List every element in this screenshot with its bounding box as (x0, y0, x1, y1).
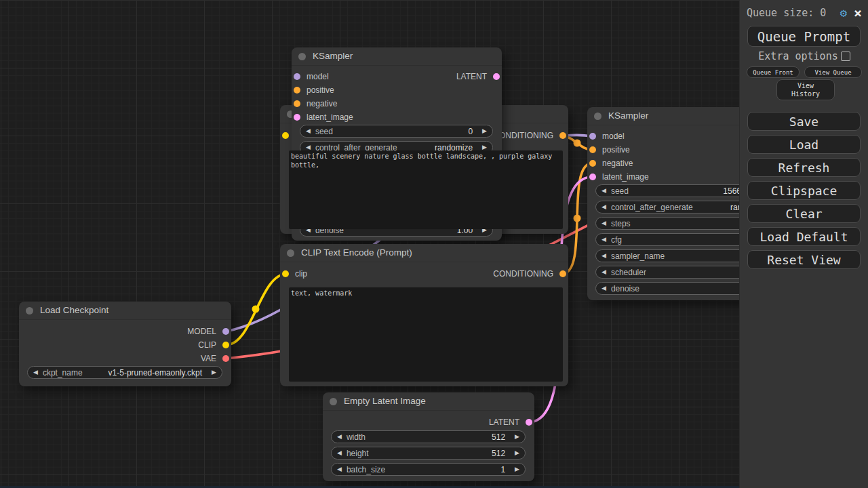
node-title: Load Checkpoint (40, 305, 108, 315)
latent-slot-dot[interactable] (526, 419, 532, 426)
node-header[interactable]: Load Checkpoint (19, 302, 231, 320)
slot-label: CONDITIONING (493, 269, 553, 279)
view-history-button[interactable]: View History (776, 79, 835, 100)
queue-status-row: Queue size: 0 ⚙ × (747, 5, 862, 20)
increment-arrow-icon[interactable]: ▶ (212, 369, 216, 375)
link-midpoint-dot[interactable] (574, 140, 581, 147)
slot-label: model (602, 131, 625, 141)
decrement-arrow-icon[interactable]: ◀ (306, 144, 311, 150)
conditioning-slot-dot[interactable] (559, 270, 566, 277)
node-title: CLIP Text Encode (Prompt) (301, 247, 412, 258)
clipspace-button[interactable]: Clipspace (747, 181, 861, 200)
slot-label: latent_image (602, 172, 649, 182)
node-header[interactable]: Empty Latent Image (323, 392, 534, 411)
decrement-arrow-icon[interactable]: ◀ (306, 128, 311, 134)
collapse-dot-icon[interactable] (298, 53, 306, 60)
model-output-slot[interactable]: MODEL (19, 325, 231, 338)
node-title: KSampler (313, 51, 353, 61)
clip-output-slot[interactable]: CLIP (19, 338, 231, 352)
node-title: Empty Latent Image (344, 396, 426, 406)
widget-value: v1-5-pruned-emaonly.ckpt (108, 368, 203, 378)
extra-options-checkbox[interactable] (841, 52, 850, 61)
width-widget[interactable]: ◀ width 512 ▶ (331, 430, 526, 443)
model-slot-dot[interactable] (589, 133, 596, 140)
decrement-arrow-icon[interactable]: ◀ (337, 466, 342, 472)
conditioning-slot-dot[interactable] (589, 146, 596, 153)
slot-label: LATENT (489, 418, 519, 427)
slot-label: positive (602, 145, 630, 155)
node-header[interactable]: CLIP Text Encode (Prompt) (280, 244, 568, 262)
node-graph-canvas[interactable]: CLIP Text Encode (Prompt) clip CONDITION… (0, 0, 868, 488)
slot-label: LATENT (456, 72, 487, 81)
node-header[interactable]: KSampler (292, 47, 502, 66)
load-button[interactable]: Load (747, 135, 861, 154)
widget-label: ckpt_name (43, 368, 83, 378)
load-checkpoint-node[interactable]: Load Checkpoint MODEL CLIP VAE ◀ ckpt_na… (19, 302, 231, 386)
latent-slot-dot[interactable] (294, 114, 300, 121)
load-default-button[interactable]: Load Default (747, 227, 861, 246)
widget-value: 512 (492, 449, 505, 458)
latent-slot-dot[interactable] (493, 73, 500, 80)
clip-slot-dot[interactable] (222, 342, 229, 348)
conditioning-output-slot[interactable]: CONDITIONING (280, 267, 568, 281)
latent-image-input-slot[interactable]: latent_image (292, 110, 502, 124)
height-widget[interactable]: ◀ height 512 ▶ (331, 447, 526, 460)
save-button[interactable]: Save (747, 112, 861, 131)
empty-latent-image-node[interactable]: Empty Latent Image LATENT ◀ width 512 ▶ … (323, 392, 534, 481)
latent-output-slot[interactable]: LATENT (323, 415, 534, 429)
reset-view-button[interactable]: Reset View (747, 250, 861, 269)
increment-arrow-icon[interactable]: ▶ (515, 434, 519, 440)
decrement-arrow-icon[interactable]: ◀ (601, 285, 606, 291)
decrement-arrow-icon[interactable]: ◀ (601, 220, 606, 226)
decrement-arrow-icon[interactable]: ◀ (33, 369, 38, 375)
widget-label: batch_size (347, 465, 385, 474)
widget-label: height (347, 449, 369, 458)
view-queue-button[interactable]: View Queue (804, 66, 862, 78)
increment-arrow-icon[interactable]: ▶ (515, 466, 519, 472)
widget-value: 0 (468, 127, 473, 136)
model-slot-dot[interactable] (222, 328, 229, 335)
conditioning-slot-dot[interactable] (559, 132, 566, 139)
queue-prompt-button[interactable]: Queue Prompt (747, 26, 861, 47)
positive-prompt-textarea[interactable]: beautiful scenery nature glass bottle la… (289, 150, 563, 229)
increment-arrow-icon[interactable]: ▶ (482, 128, 487, 134)
widget-label: cfg (611, 235, 622, 245)
settings-gear-icon[interactable]: ⚙ (840, 7, 847, 19)
conditioning-slot-dot[interactable] (589, 160, 596, 167)
queue-front-button[interactable]: Queue Front (747, 66, 800, 78)
decrement-arrow-icon[interactable]: ◀ (337, 450, 342, 456)
latent-output-slot[interactable]: LATENT (292, 70, 502, 83)
conditioning-slot-dot[interactable] (294, 100, 300, 107)
refresh-button[interactable]: Refresh (747, 158, 861, 177)
positive-input-slot[interactable]: positive (292, 83, 502, 97)
widget-label: denoise (611, 284, 639, 293)
clear-button[interactable]: Clear (747, 204, 861, 223)
link-midpoint-dot[interactable] (574, 215, 581, 222)
conditioning-slot-dot[interactable] (294, 87, 300, 94)
link-midpoint-dot[interactable] (252, 306, 260, 313)
ckpt-name-widget[interactable]: ◀ ckpt_name v1-5-pruned-emaonly.ckpt ▶ (27, 366, 222, 379)
decrement-arrow-icon[interactable]: ◀ (601, 237, 606, 243)
increment-arrow-icon[interactable]: ▶ (482, 144, 487, 150)
vae-slot-dot[interactable] (222, 355, 229, 362)
negative-input-slot[interactable]: negative (292, 97, 502, 110)
seed-widget[interactable]: ◀ seed 0 ▶ (300, 125, 493, 138)
decrement-arrow-icon[interactable]: ◀ (337, 434, 342, 440)
batch-size-widget[interactable]: ◀ batch_size 1 ▶ (331, 463, 526, 476)
close-icon[interactable]: × (854, 6, 862, 20)
vae-output-slot[interactable]: VAE (19, 352, 231, 365)
decrement-arrow-icon[interactable]: ◀ (601, 269, 606, 275)
collapse-dot-icon[interactable] (594, 113, 601, 120)
decrement-arrow-icon[interactable]: ◀ (601, 204, 606, 210)
collapse-dot-icon[interactable] (26, 307, 33, 314)
negative-prompt-textarea[interactable]: text, watermark (289, 287, 563, 382)
increment-arrow-icon[interactable]: ▶ (515, 450, 519, 456)
collapse-dot-icon[interactable] (330, 398, 337, 405)
latent-slot-dot[interactable] (589, 174, 596, 180)
extra-options-label: Extra options (758, 50, 837, 62)
collapse-dot-icon[interactable] (287, 249, 294, 257)
decrement-arrow-icon[interactable]: ◀ (601, 188, 606, 194)
widget-value: 1 (500, 465, 505, 474)
decrement-arrow-icon[interactable]: ◀ (601, 253, 606, 259)
widget-label: scheduler (611, 268, 646, 277)
